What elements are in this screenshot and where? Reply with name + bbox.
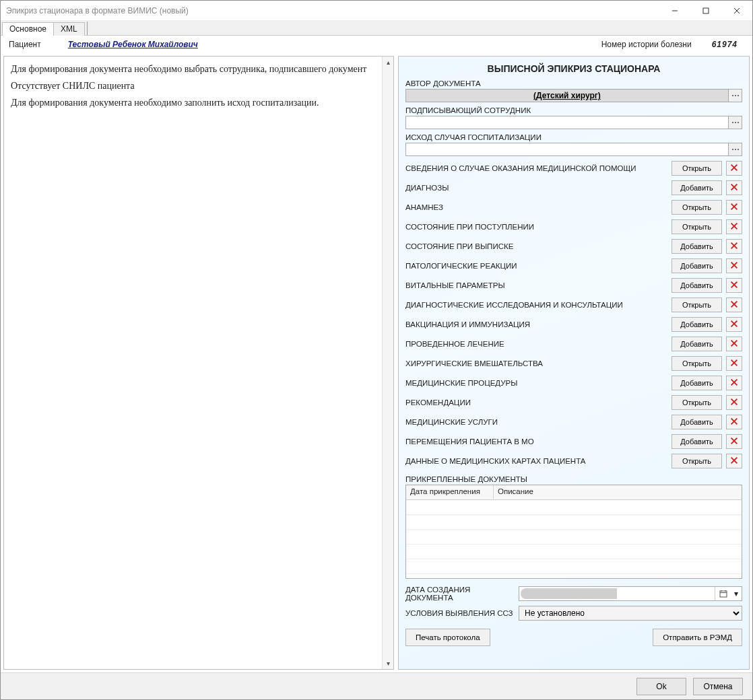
section-action-button[interactable]: Добавить [672, 337, 722, 351]
signer-field[interactable] [405, 116, 729, 129]
maximize-button[interactable] [690, 1, 721, 21]
section-action-button[interactable]: Открыть [672, 200, 722, 215]
patient-bar: Пациент Тестовый Ребенок Михайлович Номе… [1, 36, 752, 53]
section-delete-button[interactable] [726, 415, 742, 429]
delete-icon [729, 241, 739, 252]
section-delete-button[interactable] [726, 337, 742, 351]
section-action-button[interactable]: Открыть [672, 298, 722, 312]
calendar-icon[interactable] [715, 587, 731, 600]
attachments-col-date[interactable]: Дата прикрепления [406, 485, 494, 499]
section-delete-button[interactable] [726, 161, 742, 176]
table-row[interactable] [406, 515, 742, 530]
section-row: ПРОВЕДЕННОЕ ЛЕЧЕНИЕДобавить [405, 336, 742, 352]
signer-lookup-button[interactable]: ⋯ [729, 116, 742, 129]
delete-icon [729, 182, 739, 194]
section-row: ВИТАЛЬНЫЕ ПАРАМЕТРЫДобавить [405, 277, 742, 293]
scroll-down-icon[interactable]: ▾ [383, 658, 393, 669]
ok-button[interactable]: Ok [636, 678, 686, 695]
section-name: МЕДИЦИНСКИЕ ПРОЦЕДУРЫ [405, 379, 667, 387]
section-action-button[interactable]: Открыть [672, 454, 722, 468]
section-delete-button[interactable] [726, 356, 742, 371]
validation-panel: Для формирования документа необходимо вы… [3, 56, 394, 670]
delete-icon [729, 163, 739, 174]
section-name: ВИТАЛЬНЫЕ ПАРАМЕТРЫ [405, 281, 667, 289]
section-delete-button[interactable] [726, 434, 742, 449]
attachments-col-desc[interactable]: Описание [494, 485, 742, 499]
section-action-button[interactable]: Открыть [672, 395, 722, 410]
tab-main[interactable]: Основное [2, 22, 54, 36]
section-delete-button[interactable] [726, 180, 742, 195]
section-row: ВАКЦИНАЦИЯ И ИММУНИЗАЦИЯДобавить [405, 316, 742, 332]
section-name: СОСТОЯНИЕ ПРИ ВЫПИСКЕ [405, 242, 667, 250]
validation-line: Для формирования документа необходимо за… [11, 97, 379, 110]
delete-icon [729, 358, 739, 370]
date-create-field[interactable]: ▾ [519, 586, 742, 601]
section-delete-button[interactable] [726, 454, 742, 468]
section-action-button[interactable]: Открыть [672, 161, 722, 176]
section-action-button[interactable]: Добавить [672, 376, 722, 390]
send-remd-button[interactable]: Отправить в РЭМД [653, 629, 742, 646]
section-action-button[interactable]: Добавить [672, 278, 722, 293]
author-lookup-button[interactable]: ⋯ [729, 89, 742, 102]
tab-xml[interactable]: XML [53, 22, 85, 36]
attachments-table[interactable]: Дата прикрепления Описание [405, 485, 742, 579]
section-action-button[interactable]: Добавить [672, 317, 722, 332]
section-delete-button[interactable] [726, 278, 742, 293]
section-delete-button[interactable] [726, 395, 742, 410]
print-protocol-button[interactable]: Печать протокола [405, 629, 490, 646]
delete-icon [729, 456, 739, 467]
section-row: МЕДИЦИНСКИЕ ПРОЦЕДУРЫДобавить [405, 375, 742, 391]
table-row[interactable] [406, 545, 742, 559]
delete-icon [729, 378, 739, 389]
section-delete-button[interactable] [726, 200, 742, 215]
author-field[interactable] [405, 89, 729, 102]
section-delete-button[interactable] [726, 239, 742, 254]
table-row[interactable] [406, 500, 742, 515]
section-action-button[interactable]: Добавить [672, 239, 722, 254]
close-button[interactable] [721, 1, 752, 21]
section-action-button[interactable]: Добавить [672, 180, 722, 195]
date-create-label: ДАТА СОЗДАНИЯ ДОКУМЕНТА [405, 586, 513, 602]
delete-icon [729, 319, 739, 330]
section-action-button[interactable]: Открыть [672, 219, 722, 234]
outcome-field[interactable] [405, 143, 729, 156]
section-action-button[interactable]: Добавить [672, 434, 722, 449]
section-row: ПЕРЕМЕЩЕНИЯ ПАЦИЕНТА В МОДобавить [405, 433, 742, 450]
section-delete-button[interactable] [726, 258, 742, 273]
section-name: МЕДИЦИНСКИЕ УСЛУГИ [405, 418, 667, 426]
delete-icon [729, 397, 739, 409]
section-name: ДИАГНОЗЫ [405, 184, 667, 192]
outcome-lookup-button[interactable]: ⋯ [729, 143, 742, 156]
table-row[interactable] [406, 530, 742, 545]
dropdown-icon[interactable]: ▾ [731, 587, 742, 600]
tab-strip: Основное XML [1, 21, 752, 36]
left-scrollbar[interactable]: ▴ ▾ [382, 57, 393, 669]
section-name: СОСТОЯНИЕ ПРИ ПОСТУПЛЕНИИ [405, 223, 667, 231]
section-delete-button[interactable] [726, 317, 742, 332]
date-create-value [521, 588, 713, 599]
cancel-button[interactable]: Отмена [693, 678, 743, 695]
delete-icon [729, 339, 739, 350]
table-row[interactable] [406, 559, 742, 574]
delete-icon [729, 417, 739, 428]
section-delete-button[interactable] [726, 376, 742, 390]
ssz-label: УСЛОВИЯ ВЫЯВЛЕНИЯ ССЗ [405, 609, 513, 617]
section-delete-button[interactable] [726, 219, 742, 234]
patient-name-link[interactable]: Тестовый Ребенок Михайлович [68, 40, 198, 49]
section-row: СВЕДЕНИЯ О СЛУЧАЕ ОКАЗАНИЯ МЕДИЦИНСКОЙ П… [405, 160, 742, 176]
section-delete-button[interactable] [726, 298, 742, 312]
delete-icon [729, 300, 739, 311]
scroll-up-icon[interactable]: ▴ [383, 57, 393, 68]
section-action-button[interactable]: Добавить [672, 415, 722, 429]
section-action-button[interactable]: Открыть [672, 356, 722, 371]
minimize-button[interactable] [659, 1, 690, 21]
svg-rect-1 [703, 8, 709, 13]
section-row: ДИАГНОЗЫДобавить [405, 180, 742, 196]
tab-separator [87, 22, 88, 35]
section-name: ВАКЦИНАЦИЯ И ИММУНИЗАЦИЯ [405, 320, 667, 328]
section-action-button[interactable]: Добавить [672, 258, 722, 273]
section-row: СОСТОЯНИЕ ПРИ ПОСТУПЛЕНИИОткрыть [405, 219, 742, 235]
validation-line: Для формирования документа необходимо вы… [11, 63, 379, 76]
delete-icon [729, 202, 739, 213]
ssz-select[interactable]: Не установлено [519, 606, 742, 621]
